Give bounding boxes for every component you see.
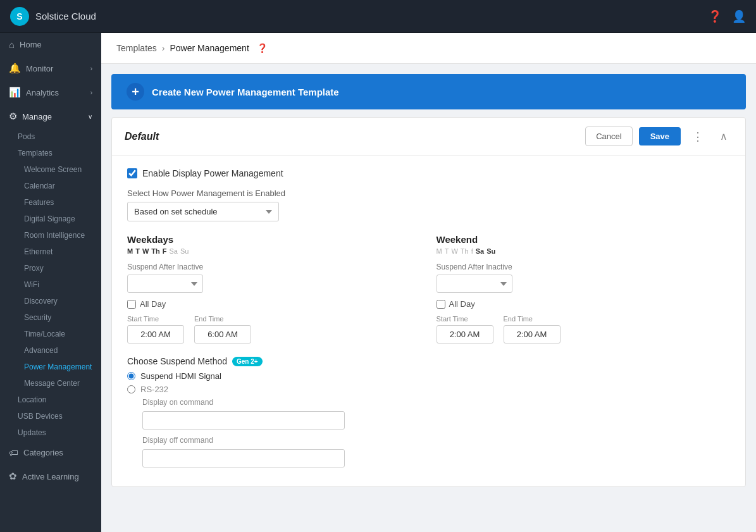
weekdays-start-label: Start Time [127, 315, 184, 323]
templates-sub: Welcome Screen Calendar Features Digital… [18, 161, 101, 392]
enable-checkbox-label: Enable Display Power Management [142, 168, 283, 178]
sidebar-sub-advanced[interactable]: Advanced [24, 342, 101, 359]
sidebar-sub-templates-group: Templates Welcome Screen Calendar Featur… [18, 145, 101, 392]
weekdays-allday-row: All Day [127, 299, 421, 309]
suspend-method-section: Choose Suspend Method Gen 2+ Suspend HDM… [127, 356, 730, 474]
day-W: W [142, 247, 149, 255]
weekend-section: Weekend M T W Th f Sa Su Suspend After I… [437, 234, 731, 343]
weekend-day-M: M [437, 247, 442, 255]
weekend-end-time-group: End Time [504, 315, 561, 343]
sidebar-item-categories[interactable]: 🏷 Categories [0, 441, 101, 464]
sidebar-sub-usb-devices[interactable]: USB Devices [18, 408, 101, 424]
weekdays-end-time-input[interactable] [194, 325, 251, 343]
template-card-default: Default Cancel Save ⋮ ∧ Enable Display P… [111, 117, 746, 487]
suspend-rs232-radio[interactable] [127, 385, 135, 393]
weekdays-allday-label: All Day [140, 299, 166, 309]
display-off-input[interactable] [142, 449, 345, 467]
sidebar-item-manage[interactable]: ⚙ Manage ∨ [0, 104, 101, 128]
display-on-input[interactable] [142, 411, 345, 430]
weekdays-allday-checkbox[interactable] [127, 300, 136, 309]
create-banner[interactable]: + Create New Power Management Template [111, 74, 746, 109]
weekdays-suspend-dropdown[interactable] [127, 275, 203, 293]
rs232-inputs: Display on command Display off command [142, 398, 730, 474]
select-method-label: Select How Power Management is Enabled [127, 189, 730, 198]
suspend-method-badge: Gen 2+ [232, 357, 263, 366]
sidebar-sub-power-management[interactable]: Power Management [24, 359, 101, 375]
sidebar-sub-templates[interactable]: Templates [18, 145, 101, 161]
display-on-label: Display on command [142, 398, 730, 407]
breadcrumb-separator: › [162, 43, 165, 53]
sidebar-item-active-learning[interactable]: ✿ Active Learning [0, 464, 101, 488]
manage-icon: ⚙ [9, 111, 17, 122]
suspend-hdmi-row: Suspend HDMI Signal [127, 371, 730, 381]
sidebar-item-analytics[interactable]: 📊 Analytics › [0, 80, 101, 104]
breadcrumb-help-icon[interactable]: ❓ [257, 43, 268, 53]
weekend-suspend-dropdown[interactable] [437, 275, 512, 293]
suspend-hdmi-radio[interactable] [127, 372, 135, 380]
weekdays-start-time-group: Start Time [127, 315, 184, 343]
sidebar-sub-features[interactable]: Features [24, 194, 101, 211]
topbar: S Solstice Cloud ❓ 👤 [0, 0, 756, 33]
day-F: F [163, 247, 167, 255]
collapse-button[interactable]: ∧ [715, 128, 733, 145]
sidebar-item-home[interactable]: ⌂ Home [0, 33, 101, 56]
sidebar-sub-digital-signage[interactable]: Digital Signage [24, 211, 101, 227]
monitor-arrow: › [90, 65, 92, 72]
weekend-end-label: End Time [504, 315, 561, 323]
sidebar-home-label: Home [20, 40, 42, 49]
breadcrumb-bar: Templates › Power Management ❓ [101, 33, 756, 64]
sidebar-analytics-label: Analytics [26, 88, 59, 97]
suspend-rs232-row: RS-232 [127, 385, 730, 394]
weekdays-section: Weekdays M T W Th F Sa Su Suspend After … [127, 234, 421, 343]
logo: S [10, 7, 29, 26]
day-T: T [135, 247, 140, 255]
breadcrumb-link[interactable]: Templates [116, 43, 157, 53]
weekend-title: Weekend [437, 234, 731, 245]
weekdays-time-row: Start Time End Time [127, 315, 421, 343]
enable-display-power-checkbox[interactable] [127, 168, 137, 178]
monitor-icon: 🔔 [9, 63, 21, 74]
weekdays-day-labels: M T W Th F Sa Su [127, 247, 421, 255]
layout: ⌂ Home 🔔 Monitor › 📊 Analytics › ⚙ Manag… [0, 33, 756, 532]
sidebar-sub-discovery[interactable]: Discovery [24, 293, 101, 309]
sidebar-sub-updates[interactable]: Updates [18, 424, 101, 441]
sidebar-monitor-label: Monitor [26, 64, 53, 73]
weekdays-title: Weekdays [127, 234, 421, 245]
weekend-allday-row: All Day [437, 299, 731, 309]
weekend-start-time-input[interactable] [437, 325, 493, 343]
sidebar-sub-security[interactable]: Security [24, 309, 101, 326]
day-M: M [127, 247, 133, 255]
sidebar-sub-proxy[interactable]: Proxy [24, 260, 101, 276]
sidebar-sub-wifi[interactable]: WiFi [24, 276, 101, 293]
select-method-dropdown[interactable]: Based on set schedule [127, 202, 279, 221]
weekend-day-T: T [445, 247, 449, 255]
analytics-arrow: › [90, 89, 92, 96]
sidebar-sub-calendar[interactable]: Calendar [24, 178, 101, 194]
weekend-end-time-input[interactable] [504, 325, 561, 343]
sidebar-sub-ethernet[interactable]: Ethernet [24, 244, 101, 260]
sidebar-sub-welcome-screen[interactable]: Welcome Screen [24, 161, 101, 178]
day-Su: Su [180, 247, 189, 255]
weekend-allday-checkbox[interactable] [437, 300, 445, 309]
weekdays-start-time-input[interactable] [127, 325, 184, 343]
weekend-day-labels: M T W Th f Sa Su [437, 247, 731, 255]
user-icon[interactable]: 👤 [732, 9, 746, 23]
sidebar-sub-location[interactable]: Location [18, 392, 101, 408]
sidebar-sub-time-locale[interactable]: Time/Locale [24, 326, 101, 342]
sidebar-sub-pods[interactable]: Pods [18, 128, 101, 145]
cancel-button[interactable]: Cancel [585, 127, 632, 146]
suspend-hdmi-label: Suspend HDMI Signal [140, 371, 221, 381]
more-options-button[interactable]: ⋮ [687, 127, 709, 146]
breadcrumb-current: Power Management [170, 43, 249, 53]
suspend-rs232-label: RS-232 [140, 385, 168, 394]
save-button[interactable]: Save [639, 127, 681, 145]
weekend-time-row: Start Time End Time [437, 315, 731, 343]
create-banner-text: Create New Power Management Template [152, 87, 339, 97]
active-learning-icon: ✿ [9, 471, 17, 482]
home-icon: ⌂ [9, 39, 15, 50]
sidebar-sub-room-intelligence[interactable]: Room Intelligence [24, 227, 101, 244]
sidebar-item-monitor[interactable]: 🔔 Monitor › [0, 56, 101, 80]
help-icon[interactable]: ❓ [708, 9, 722, 23]
sidebar-manage-label: Manage [22, 112, 52, 121]
sidebar-sub-message-center[interactable]: Message Center [24, 375, 101, 392]
